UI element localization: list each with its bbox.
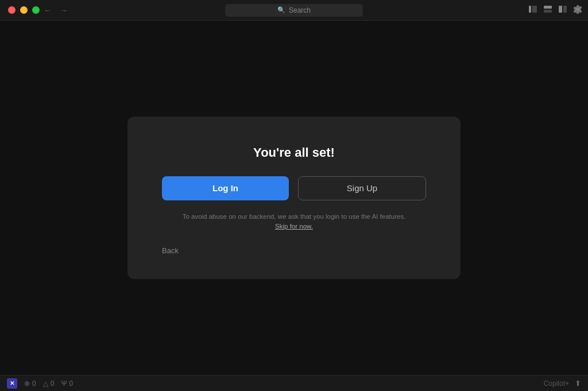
login-button[interactable]: Log In — [162, 176, 289, 200]
info-count-value: 0 — [69, 380, 73, 388]
error-icon: ⊗ — [24, 380, 30, 388]
maximize-button[interactable] — [32, 6, 40, 14]
share-icon[interactable]: ⬆ — [575, 379, 581, 388]
dialog-card: You're all set! Log In Sign Up To avoid … — [127, 117, 461, 280]
skip-link[interactable]: Skip for now. — [275, 223, 313, 230]
search-bar[interactable]: 🔍 Search — [225, 4, 363, 17]
forward-nav-button[interactable]: → — [57, 5, 70, 16]
titlebar-right — [528, 5, 582, 16]
disclaimer-body: To avoid abuse on our backend, we ask th… — [183, 213, 406, 220]
main-content: You're all set! Log In Sign Up To avoid … — [0, 21, 588, 375]
svg-rect-2 — [544, 6, 552, 9]
titlebar: ← → 🔍 Search — [0, 0, 588, 21]
settings-icon[interactable] — [573, 5, 582, 16]
svg-rect-5 — [563, 6, 567, 13]
svg-rect-4 — [559, 6, 562, 13]
statusbar: ✕ ⊗ 0 △ 0 Ψ 0 Copilot+ ⬆ — [0, 375, 588, 391]
minimize-button[interactable] — [20, 6, 28, 14]
error-count-value: 0 — [32, 380, 36, 388]
dialog-title: You're all set! — [253, 145, 335, 160]
svg-rect-0 — [529, 6, 531, 13]
statusbar-right: Copilot+ ⬆ — [544, 379, 581, 388]
warning-count: △ 0 — [43, 380, 55, 388]
search-icon: 🔍 — [277, 6, 285, 14]
button-row: Log In Sign Up — [162, 176, 426, 200]
error-count: ⊗ 0 — [24, 380, 36, 388]
traffic-lights — [0, 6, 40, 14]
close-button[interactable] — [8, 6, 16, 14]
warning-count-value: 0 — [51, 380, 55, 388]
sidebar-left-icon[interactable] — [528, 5, 537, 16]
info-count: Ψ 0 — [61, 380, 73, 388]
back-nav-button[interactable]: ← — [41, 5, 54, 16]
svg-rect-3 — [544, 10, 552, 13]
search-placeholder: Search — [289, 6, 311, 14]
app-name: Copilot+ — [544, 380, 569, 388]
info-icon: Ψ — [61, 380, 67, 388]
warning-icon: △ — [43, 380, 48, 388]
svg-rect-1 — [532, 6, 537, 13]
disclaimer-text: To avoid abuse on our backend, we ask th… — [179, 212, 409, 232]
split-icon[interactable] — [558, 5, 567, 16]
layout-icon[interactable] — [543, 5, 552, 16]
signup-button[interactable]: Sign Up — [298, 176, 426, 200]
back-button[interactable]: Back — [162, 245, 179, 256]
x-icon[interactable]: ✕ — [7, 378, 17, 389]
statusbar-left: ✕ ⊗ 0 △ 0 Ψ 0 — [7, 378, 73, 389]
nav-buttons: ← → — [41, 5, 70, 16]
